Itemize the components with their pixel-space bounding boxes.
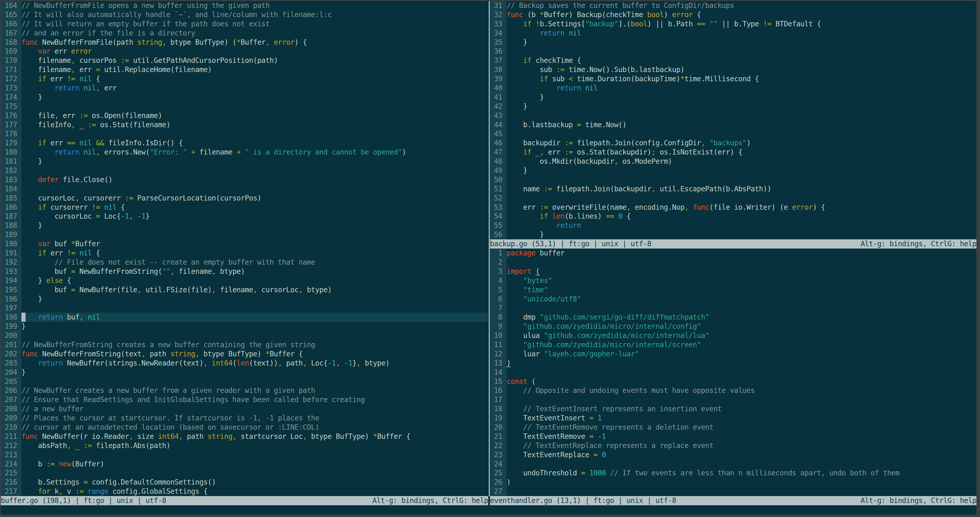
line-content[interactable]: TextEventRemove = -1 [507, 432, 977, 441]
line-content[interactable]: } [507, 230, 977, 239]
code-line-17[interactable]: 17 [490, 395, 977, 404]
line-content[interactable]: TextEventReplace = 0 [507, 450, 977, 460]
line-content[interactable]: import ( [507, 267, 977, 276]
code-line-166[interactable]: 166// It will return an empty buffer if … [1, 19, 488, 29]
code-line-43[interactable]: 43 [490, 111, 977, 120]
line-content[interactable]: b.Settings = config.DefaultCommonSetting… [21, 478, 488, 487]
code-line-53[interactable]: 53 err := overwriteFile(name, encoding.N… [490, 203, 977, 212]
line-content[interactable]: func NewBufferFromString(text, path stri… [21, 349, 488, 359]
line-content[interactable]: // and an error if the file is a directo… [21, 29, 488, 38]
line-content[interactable]: "bytes" [507, 276, 977, 285]
code-line-165[interactable]: 165// It will also automatically handle … [1, 10, 488, 19]
line-content[interactable]: ulua "github.com/zyedidia/micro/internal… [507, 331, 977, 340]
code-line-25[interactable]: 25 undoThreshold = 1000 // If two events… [490, 469, 977, 478]
code-line-172[interactable]: 172 if err != nil { [1, 74, 488, 83]
code-line-209[interactable]: 209// Places the cursor at startcursor. … [1, 413, 488, 423]
line-content[interactable] [507, 303, 977, 313]
code-line-1[interactable]: 1package buffer [490, 249, 977, 258]
line-content[interactable] [507, 47, 977, 56]
line-content[interactable]: cursorLoc, cursorerr := ParseCursorLocat… [21, 194, 488, 203]
line-content[interactable]: } [507, 93, 977, 102]
line-content[interactable]: func NewBufferFromFile(path string, btyp… [21, 38, 488, 47]
line-content[interactable]: const ( [507, 377, 977, 386]
line-content[interactable]: func NewBuffer(r io.Reader, size int64, … [21, 432, 488, 441]
code-line-54[interactable]: 54 if len(b.lines) == 0 { [490, 212, 977, 221]
code-line-14[interactable]: 14 [490, 368, 977, 377]
code-line-47[interactable]: 47 if _, err := os.Stat(backupdir); os.I… [490, 148, 977, 157]
line-content[interactable]: backupdir := filepath.Join(config.Config… [507, 139, 977, 148]
line-content[interactable]: dmp "github.com/sergi/go-diff/diffmatchp… [507, 313, 977, 322]
code-line-177[interactable]: 177 fileInfo, _ := os.Stat(filename) [1, 120, 488, 129]
code-line-191[interactable]: 191 if err != nil { [1, 249, 488, 258]
line-content[interactable]: // Places the cursor at startcursor. If … [21, 413, 488, 423]
line-content[interactable] [21, 450, 488, 460]
pane-buffer-go[interactable]: 164// NewBufferFromFile opens a new buff… [1, 1, 488, 506]
line-content[interactable]: } else { [21, 276, 488, 285]
code-line-46[interactable]: 46 backupdir := filepath.Join(config.Con… [490, 139, 977, 148]
line-content[interactable]: b.lastbackup = time.Now() [507, 120, 977, 129]
line-content[interactable]: buf = NewBufferFromString("", filename, … [21, 267, 488, 276]
line-content[interactable] [507, 487, 977, 496]
code-line-32[interactable]: 32func (b *Buffer) Backup(checkTime bool… [490, 10, 977, 19]
code-line-188[interactable]: 188 } [1, 221, 488, 230]
code-line-11[interactable]: 11 "github.com/zyedidia/micro/internal/s… [490, 340, 977, 349]
code-line-21[interactable]: 21 TextEventRemove = -1 [490, 432, 977, 441]
line-content[interactable]: } [21, 322, 488, 331]
code-line-174[interactable]: 174 } [1, 93, 488, 102]
code-line-215[interactable]: 215 [1, 469, 488, 478]
line-content[interactable] [507, 368, 977, 377]
code-line-182[interactable]: 182 [1, 166, 488, 175]
code-line-24[interactable]: 24 [490, 460, 977, 469]
code-line-15[interactable]: 15const ( [490, 377, 977, 386]
code-line-217[interactable]: 217 for k, v := range config.GlobalSetti… [1, 487, 488, 496]
code-line-196[interactable]: 196 } [1, 295, 488, 304]
line-content[interactable]: return nil, err [21, 83, 488, 93]
line-content[interactable]: // TextEventInsert represents an inserti… [507, 404, 977, 413]
code-line-6[interactable]: 6 "unicode/utf8" [490, 295, 977, 304]
code-line-49[interactable]: 49 } [490, 166, 977, 175]
line-content[interactable] [21, 129, 488, 139]
line-content[interactable]: os.Mkdir(backupdir, os.ModePerm) [507, 157, 977, 166]
code-line-205[interactable]: 205 [1, 377, 488, 386]
line-content[interactable] [21, 303, 488, 313]
line-content[interactable]: buf = NewBuffer(file, util.FSize(file), … [21, 285, 488, 295]
code-line-8[interactable]: 8 dmp "github.com/sergi/go-diff/diffmatc… [490, 313, 977, 322]
code-line-181[interactable]: 181 } [1, 157, 488, 166]
code-line-9[interactable]: 9 "github.com/zyedidia/micro/internal/co… [490, 322, 977, 331]
code-line-185[interactable]: 185 cursorLoc, cursorerr := ParseCursorL… [1, 194, 488, 203]
code-line-187[interactable]: 187 cursorLoc = Loc{-1, -1} [1, 212, 488, 221]
line-content[interactable]: "unicode/utf8" [507, 295, 977, 304]
code-line-178[interactable]: 178 [1, 129, 488, 139]
code-line-50[interactable]: 50 [490, 175, 977, 184]
line-content[interactable]: name := filepath.Join(backupdir, util.Es… [507, 184, 977, 194]
line-content[interactable]: "time" [507, 285, 977, 295]
code-line-206[interactable]: 206// NewBuffer creates a new buffer fro… [1, 386, 488, 395]
line-content[interactable] [21, 230, 488, 239]
line-content[interactable] [507, 258, 977, 267]
code-line-176[interactable]: 176 file, err := os.Open(filename) [1, 111, 488, 120]
code-line-164[interactable]: 164// NewBufferFromFile opens a new buff… [1, 1, 488, 10]
line-content[interactable]: // Ensure that ReadSettings and InitGlob… [21, 395, 488, 404]
line-content[interactable]: } [507, 166, 977, 175]
code-line-171[interactable]: 171 filename, err = util.ReplaceHome(fil… [1, 65, 488, 74]
code-line-52[interactable]: 52 [490, 194, 977, 203]
line-content[interactable]: if err != nil { [21, 74, 488, 83]
code-line-186[interactable]: 186 if cursorerr != nil { [1, 203, 488, 212]
line-content[interactable] [21, 166, 488, 175]
line-content[interactable] [21, 102, 488, 111]
code-line-169[interactable]: 169 var err error [1, 47, 488, 56]
code-line-26[interactable]: 26) [490, 478, 977, 487]
code-line-44[interactable]: 44 b.lastbackup = time.Now() [490, 120, 977, 129]
code-line-212[interactable]: 212 absPath, _ := filepath.Abs(path) [1, 441, 488, 450]
code-line-213[interactable]: 213 [1, 450, 488, 460]
code-line-34[interactable]: 34 return nil [490, 29, 977, 38]
code-line-55[interactable]: 55 return [490, 221, 977, 230]
code-line-41[interactable]: 41 } [490, 93, 977, 102]
code-line-170[interactable]: 170 filename, cursorPos := util.GetPathA… [1, 56, 488, 65]
code-line-33[interactable]: 33 if !b.Settings["backup"].(bool) || b.… [490, 19, 977, 29]
code-line-210[interactable]: 210// cursor at an autodetected location… [1, 423, 488, 432]
line-content[interactable]: b := new(Buffer) [21, 460, 488, 469]
code-line-48[interactable]: 48 os.Mkdir(backupdir, os.ModePerm) [490, 157, 977, 166]
code-line-20[interactable]: 20 // TextEventRemove represents a delet… [490, 423, 977, 432]
line-content[interactable]: if _, err := os.Stat(backupdir); os.IsNo… [507, 148, 977, 157]
